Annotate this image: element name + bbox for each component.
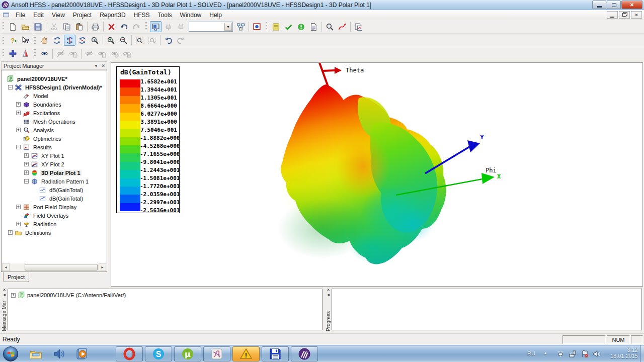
toolbar-handle[interactable] — [3, 22, 4, 31]
3d-polar-plot-canvas[interactable]: Theta Y Phi X — [111, 63, 642, 286]
expand-icon[interactable]: + — [24, 153, 29, 158]
undo-button[interactable] — [118, 21, 130, 32]
validation-check-button[interactable] — [251, 21, 263, 32]
show-selection-button[interactable] — [67, 48, 79, 59]
tray-action-center-icon[interactable] — [581, 350, 589, 358]
panel-caret-icon[interactable]: ▾ — [93, 63, 100, 68]
tray-language[interactable]: RU — [527, 350, 535, 356]
hide-all-button[interactable] — [84, 48, 95, 59]
tree-item-mesh-operations[interactable]: Mesh Operations — [2, 117, 76, 126]
expand-icon[interactable]: + — [24, 170, 29, 175]
tree-item-model[interactable]: Model — [2, 92, 49, 100]
tray-power-icon[interactable] — [556, 350, 565, 358]
expand-icon[interactable]: + — [16, 102, 21, 107]
context-help-button[interactable]: ? — [20, 35, 31, 46]
create-report-button[interactable] — [337, 21, 348, 32]
tree-item-radiation[interactable]: +Radiation — [2, 220, 57, 228]
tree-item-field-overlays[interactable]: Field Overlays — [2, 211, 69, 220]
expand-icon[interactable]: + — [24, 162, 29, 166]
copy-button[interactable] — [61, 21, 72, 32]
taskbar-skype-button[interactable]: S — [145, 346, 172, 361]
menu-window[interactable]: Window — [176, 11, 206, 20]
tree-item-xy-plot-1[interactable]: +XY Plot 1 — [2, 151, 65, 160]
tree-item-port-field-display[interactable]: +Port Field Display — [2, 203, 77, 211]
simulation-combobox[interactable]: ▼ — [189, 22, 233, 32]
maximize-button[interactable] — [607, 1, 621, 9]
toolbar-handle[interactable] — [34, 49, 36, 58]
expand-icon[interactable]: + — [11, 293, 16, 298]
panel-close-icon[interactable]: ✕ — [327, 288, 330, 293]
coordinate-system-button[interactable] — [20, 48, 31, 59]
taskbar-opera-button[interactable] — [116, 346, 143, 361]
tree-item-boundaries[interactable]: +Boundaries — [2, 100, 62, 109]
expand-icon[interactable]: + — [16, 222, 21, 226]
mdi-restore-button[interactable] — [619, 11, 630, 19]
taskbar-media-player-button[interactable] — [70, 346, 94, 361]
expand-icon[interactable]: + — [16, 111, 21, 115]
scrollbar-thumb[interactable] — [25, 264, 98, 270]
expand-icon[interactable]: + — [16, 128, 21, 132]
rotate-current-axis-button[interactable] — [64, 35, 75, 46]
hide-active-view-button[interactable] — [109, 48, 120, 59]
tree-item-3d-polar-plot-1[interactable]: +3D Polar Plot 1 — [2, 168, 82, 177]
analyze-all-button[interactable] — [295, 21, 307, 32]
tree-item-trace-2[interactable]: dB(GainTotal) — [2, 194, 84, 203]
plot-window[interactable]: Theta Y Phi X dB(GainTotal) 1.6582e+0011… — [111, 62, 643, 287]
tree-item-xy-plot-2[interactable]: +XY Plot 2 — [2, 160, 65, 168]
taskbar-utorrent-button[interactable]: µ — [174, 346, 201, 361]
taskbar-volume-button[interactable] — [47, 346, 70, 361]
redo-button[interactable] — [131, 21, 142, 32]
solve-setup-button[interactable] — [163, 21, 174, 32]
new-button[interactable] — [7, 21, 19, 32]
expand-icon[interactable]: + — [8, 230, 13, 235]
taskbar-warning-app-button[interactable]: ! — [232, 346, 260, 361]
toolbar-handle[interactable] — [3, 36, 4, 45]
panel-close-icon[interactable]: ✕ — [3, 288, 6, 293]
tray-overflow-icon[interactable]: ▲ — [543, 351, 547, 355]
tree-item-results[interactable]: −Results — [2, 143, 53, 151]
delete-button[interactable] — [106, 21, 117, 32]
menu-edit[interactable]: Edit — [29, 11, 48, 20]
close-button[interactable]: ✕ — [621, 1, 642, 9]
hide-selection-button[interactable] — [55, 48, 66, 59]
cut-button[interactable] — [48, 21, 60, 32]
tree-item-analysis[interactable]: +Analysis — [2, 126, 55, 134]
list-hierarchy-button[interactable] — [235, 21, 247, 32]
zoom-out-button[interactable] — [118, 35, 129, 46]
view-redo-button[interactable] — [175, 35, 187, 46]
project-tab[interactable]: Project — [3, 272, 29, 282]
window-titlebar[interactable]: Ansoft HFSS - panel2000V18UVE - HFSSDesi… — [0, 0, 644, 10]
help-topics-button[interactable]: ? — [7, 35, 19, 46]
pan-button[interactable] — [39, 35, 50, 46]
taskbar-ansoft-button[interactable] — [291, 346, 318, 361]
snap-mode-button[interactable] — [7, 48, 19, 59]
solution-data-button[interactable] — [308, 21, 319, 32]
taskbar-explorer-button[interactable] — [24, 346, 47, 361]
toolbar-handle[interactable] — [34, 36, 36, 45]
scroll-right-icon[interactable]: ► — [99, 263, 106, 271]
menu-report3d[interactable]: Report3D — [96, 11, 129, 20]
scroll-left-icon[interactable]: ◄ — [2, 263, 10, 271]
solve-sweep-button[interactable] — [175, 21, 187, 32]
show-desktop-button[interactable] — [640, 345, 644, 362]
tree-item-excitations[interactable]: +Excitations — [2, 109, 61, 117]
taskbar-save-tool-button[interactable] — [262, 346, 289, 361]
show-active-view-button[interactable] — [121, 48, 133, 59]
rotate-model-center-button[interactable] — [51, 35, 63, 46]
show-visibility-button[interactable] — [39, 48, 50, 59]
menu-help[interactable]: Help — [205, 11, 226, 20]
minimize-button[interactable] — [592, 1, 606, 9]
start-button[interactable] — [3, 346, 18, 361]
message-item[interactable]: + panel2000V18UVE (C:/Antenn/Fail/Ver/) — [11, 292, 126, 299]
tree-item-optimetrics[interactable]: Optimetrics — [2, 134, 62, 143]
collapse-icon[interactable]: − — [8, 85, 13, 89]
expand-icon[interactable]: + — [16, 205, 21, 209]
rotate-screen-center-button[interactable] — [76, 35, 88, 46]
tray-volume-icon[interactable] — [593, 350, 601, 358]
show-messages-button[interactable] — [324, 21, 336, 32]
paste-button[interactable] — [73, 21, 85, 32]
tree-item-radiation-pattern-1[interactable]: −Radiation Pattern 1 — [2, 177, 90, 186]
print-button[interactable] — [90, 21, 101, 32]
save-button[interactable] — [32, 21, 44, 32]
toolbar-handle[interactable] — [3, 49, 4, 58]
